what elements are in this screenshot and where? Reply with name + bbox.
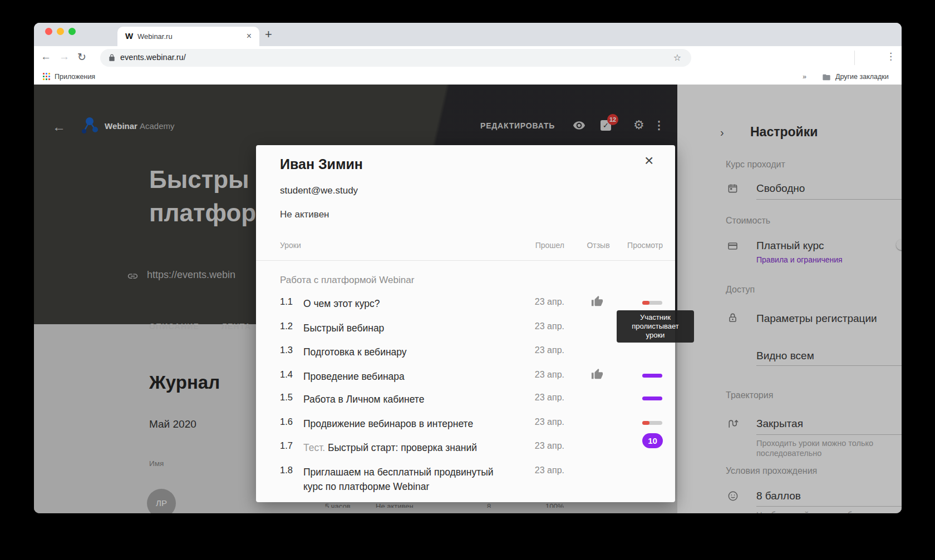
lesson-number: 1.6 [280,417,293,427]
lesson-title: Продвижение вебинаров в интернете [303,417,495,431]
lesson-date: 23 апр. [486,393,564,403]
apps-grid-icon[interactable] [43,73,50,80]
browser-window: W Webinar.ru × + ← → ↻ events.webinar.ru… [34,23,902,513]
apps-bookmark[interactable]: Приложения [55,73,95,81]
column-passed: Прошел [509,241,564,250]
modal-close-icon[interactable]: × [644,152,653,170]
lesson-title: Приглашаем на бесплатный продвинутый кур… [303,465,495,494]
progress-bar-partial[interactable] [642,301,662,305]
reload-icon[interactable]: ↻ [77,51,86,63]
thumb-up-icon[interactable] [591,368,603,380]
macos-minimize-button[interactable] [57,28,64,35]
browser-menu-icon[interactable]: ⋮ [886,51,895,62]
student-status: Не активен [280,209,329,220]
browser-toolbar: ← → ↻ events.webinar.ru/ ☆ ⋮ [34,46,902,70]
lesson-title: Быстрый вебинар [303,321,495,335]
lesson-date: 23 апр. [486,441,564,451]
lesson-date: 23 апр. [486,417,564,427]
lesson-number: 1.3 [280,345,293,355]
progress-bar-full[interactable] [642,374,662,378]
tooltip-line: Участник [619,313,692,322]
tooltip: Участник пролистывает уроки [617,310,694,343]
lesson-date: 23 апр. [486,297,564,307]
bookmarks-overflow-icon[interactable]: » [803,73,806,81]
score-badge[interactable]: 10 [642,433,663,448]
lesson-number: 1.1 [280,296,293,307]
tab-title: Webinar.ru [137,32,173,41]
student-modal: Иван Зимин × student@we.study Не активен… [256,145,675,502]
bookmarks-bar: Приложения » Другие закладки [34,70,902,85]
address-bar[interactable]: events.webinar.ru/ ☆ [100,49,691,67]
tooltip-line: пролистывает [619,322,692,331]
progress-segment [642,301,649,305]
module-title: Работа с платформой Webinar [280,275,414,286]
lesson-date: 23 апр. [486,465,564,475]
lesson-title: Тест. Быстрый старт: проверка знаний [303,440,495,455]
lesson-number: 1.5 [280,392,293,403]
lesson-title: Работа в Личном кабинете [303,392,495,407]
lesson-type-prefix: Тест. [303,442,328,453]
browser-tab[interactable]: W Webinar.ru × [117,27,259,46]
lesson-title-text: Быстрый старт: проверка знаний [328,442,477,453]
column-view: Просмотр [607,241,663,250]
toolbar-divider [854,51,855,65]
page-content: ← Webinar Academy РЕДАКТИРОВАТЬ ✓ 12 ⚙ ⋮… [34,85,902,513]
new-tab-button[interactable]: + [265,27,272,42]
progress-segment [642,421,649,425]
macos-close-button[interactable] [45,28,52,35]
lesson-date: 23 апр. [486,321,564,331]
favicon: W [125,31,133,41]
lesson-number: 1.4 [280,369,293,380]
lesson-date: 23 апр. [486,345,564,355]
macos-zoom-button[interactable] [68,28,76,35]
column-lessons: Уроки [280,241,301,250]
lesson-number: 1.8 [280,465,293,475]
lock-icon [108,54,116,62]
divider [256,260,675,261]
bookmark-star-icon[interactable]: ☆ [673,52,681,63]
lesson-date: 23 апр. [486,370,564,380]
progress-bar-full[interactable] [642,397,662,400]
lesson-title: Проведение вебинара [303,369,495,384]
screenshot-root: W Webinar.ru × + ← → ↻ events.webinar.ru… [0,0,935,560]
thumb-up-icon[interactable] [591,295,603,308]
student-name: Иван Зимин [280,156,363,172]
student-email: student@we.study [280,185,358,196]
lesson-number: 1.2 [280,321,293,331]
lesson-title: О чем этот курс? [303,296,495,311]
other-bookmarks[interactable]: Другие закладки [835,73,889,81]
progress-bar-partial[interactable] [642,421,662,425]
url-text: events.webinar.ru/ [120,53,186,62]
forward-icon[interactable]: → [59,51,70,63]
tab-strip: W Webinar.ru × + [34,23,902,46]
lesson-number: 1.7 [280,440,293,451]
tooltip-line: уроки [619,331,692,340]
lesson-title: Подготовка к вебинару [303,345,495,359]
back-icon[interactable]: ← [41,51,51,63]
tab-close-icon[interactable]: × [247,31,252,41]
folder-icon [822,73,831,82]
